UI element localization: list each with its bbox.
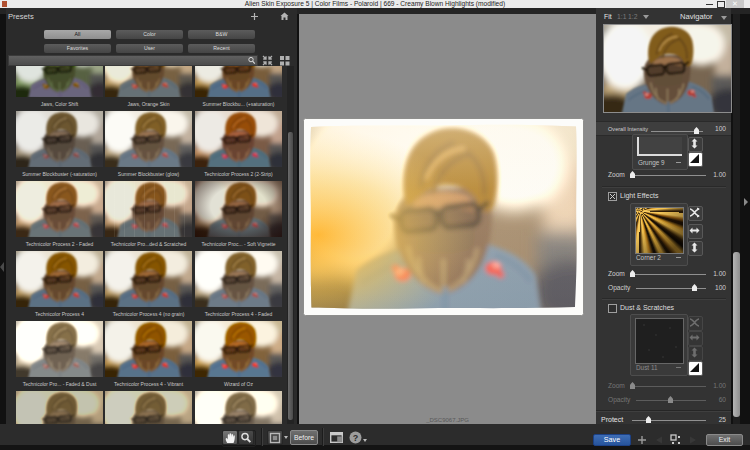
svg-text:?: ? bbox=[353, 433, 359, 443]
